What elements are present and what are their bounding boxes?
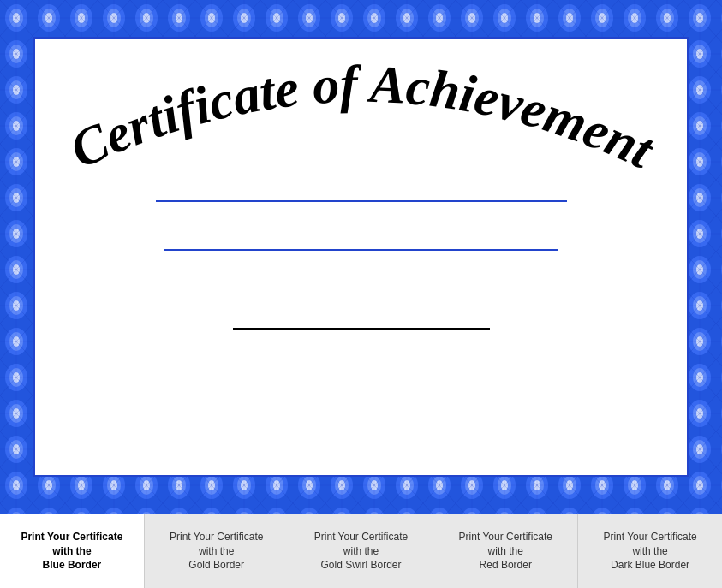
- certificate-title: Certificate of Achievement: [62, 55, 661, 181]
- btn-dark-blue-border[interactable]: Print Your Certificate with the Dark Blu…: [578, 514, 722, 588]
- content-line-1: [156, 200, 567, 202]
- certificate-content: Certificate of Achievement: [34, 38, 688, 476]
- certificate-title-svg: Certificate of Achievement: [62, 46, 661, 183]
- button-bar: Print Your Certificate with the Blue Bor…: [0, 514, 722, 588]
- btn-blue-border[interactable]: Print Your Certificate with the Blue Bor…: [0, 514, 145, 588]
- btn-red-border[interactable]: Print Your Certificate with the Red Bord…: [433, 514, 578, 588]
- certificate-area: Certificate of Achievement: [0, 0, 722, 514]
- svg-rect-19: [0, 38, 34, 476]
- content-line-2: [164, 249, 558, 251]
- svg-rect-20: [688, 38, 722, 476]
- svg-rect-17: [0, 0, 722, 38]
- btn-gold-border[interactable]: Print Your Certificate with the Gold Bor…: [145, 514, 289, 588]
- btn-gold-swirl-border[interactable]: Print Your Certificate with the Gold Swi…: [289, 514, 434, 588]
- content-line-3: [233, 328, 490, 330]
- svg-rect-18: [0, 476, 722, 514]
